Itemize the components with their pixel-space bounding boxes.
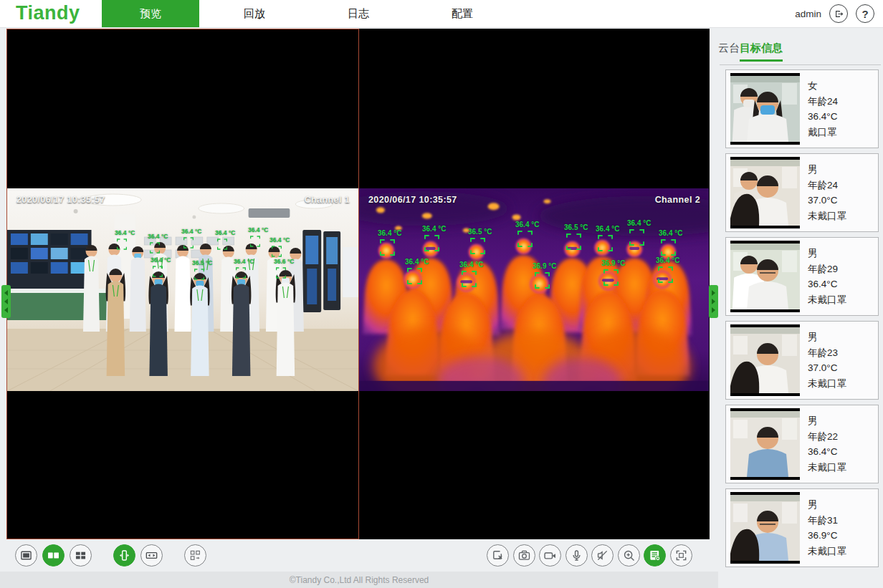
audio-muted-button[interactable]: [591, 544, 614, 567]
temperature-text: 36.5 °C: [564, 224, 588, 231]
channel1-content: 2020/06/17 10:35:57 Channel 1 36.4 °C 36…: [7, 188, 358, 391]
target-card[interactable]: 女 年龄24 36.4°C 戴口罩: [725, 69, 879, 148]
ch1-temp-label-6: 36.4 °C: [151, 257, 171, 277]
target-age: 年龄24: [808, 94, 838, 110]
temperature-text: 36.4 °C: [234, 259, 254, 265]
target-card[interactable]: 男 年龄23 37.0°C 未戴口罩: [725, 321, 879, 400]
target-info-text: 男 年龄29 36.4°C 未戴口罩: [808, 246, 846, 307]
face-bracket-icon: [407, 268, 422, 284]
layout-single-button[interactable]: [15, 544, 37, 567]
ch1-temp-label-8: 36.4 °C: [234, 259, 254, 279]
face-bracket-icon: [380, 239, 395, 256]
layout-single-icon: [19, 548, 34, 563]
talk-mic-button[interactable]: [565, 544, 588, 567]
target-info-text: 男 年龄22 36.4°C 未戴口罩: [808, 413, 846, 475]
face-bracket-icon: [535, 272, 550, 289]
temperature-text: 36.6 °C: [274, 259, 294, 265]
logout-button[interactable]: [829, 4, 848, 23]
target-gender: 女: [808, 78, 838, 94]
layout-custom-button[interactable]: [184, 544, 206, 567]
target-info-text: 男 年龄31 36.9°C 未戴口罩: [808, 497, 846, 559]
fullscreen-button[interactable]: [670, 544, 692, 567]
target-mask-status: 未戴口罩: [808, 292, 846, 308]
tiandy-logo: Tiandy: [16, 2, 80, 24]
ch2-temp-label-3: 36.4 °C: [515, 221, 539, 247]
target-temperature: 36.9°C: [808, 528, 846, 544]
face-thumbnail: [730, 244, 800, 309]
video-pane-channel2[interactable]: 2020/06/17 10:35:57 Channel 2 36.4 °C 36…: [359, 29, 710, 539]
tiandy-web-client: Tiandy 预览回放日志配置 admin ?: [0, 0, 883, 588]
target-card[interactable]: 男 年龄29 36.4°C 未戴口罩: [725, 237, 879, 316]
copyright-footer: ©Tiandy Co.,Ltd All Rights Reserved: [0, 572, 718, 588]
target-info-button[interactable]: [644, 544, 666, 567]
nav-tab-label: 日志: [348, 7, 369, 21]
face-bracket-icon: [194, 269, 204, 280]
top-nav: Tiandy 预览回放日志配置 admin ?: [0, 0, 883, 28]
help-button[interactable]: ?: [856, 4, 874, 23]
record-button[interactable]: [539, 544, 561, 567]
layout-tools: [15, 544, 206, 567]
fit-vertical-button[interactable]: [113, 544, 135, 567]
video-pane-channel1[interactable]: 2020/06/17 10:35:57 Channel 1 36.4 °C 36…: [6, 29, 359, 539]
right-sidebar: 云台目标信息 女 年龄24 36.4°C 戴口罩: [718, 27, 883, 588]
nav-tab-3[interactable]: 配置: [414, 0, 511, 27]
nav-tab-label: 回放: [244, 7, 265, 21]
fit-original-button[interactable]: [140, 544, 163, 567]
face-bracket-icon: [272, 246, 282, 257]
snapshot-button[interactable]: [513, 544, 535, 567]
sidebar-tab-label: 目标信息: [740, 42, 783, 54]
layout-quad-button[interactable]: [70, 544, 92, 567]
temperature-text: 36.9 °C: [533, 263, 556, 270]
left-panel-collapse-handle[interactable]: [1, 285, 11, 318]
digital-zoom-button[interactable]: [618, 544, 640, 567]
layout-dual-icon: [46, 548, 61, 563]
temperature-text: 36.4 °C: [151, 257, 171, 264]
sidebar-tabs: 云台目标信息: [718, 39, 783, 62]
sidebar-tab-label: 云台: [718, 42, 740, 54]
ch2-temp-label-8: 36.4 °C: [405, 259, 429, 284]
layout-custom-icon: [188, 548, 203, 563]
face-thumbnail: [730, 411, 800, 477]
ch2-temp-label-0: 36.4 °C: [378, 230, 401, 256]
nav-tab-2[interactable]: 日志: [310, 0, 407, 27]
temperature-text: 36.4 °C: [248, 227, 268, 233]
fullscreen-icon: [674, 548, 689, 563]
close-stream-button[interactable]: [487, 544, 509, 567]
temperature-text: 36.4 °C: [378, 230, 401, 237]
target-mask-status: 未戴口罩: [808, 460, 846, 476]
ch2-temp-label-12: 36.4 °C: [656, 257, 679, 283]
temperature-text: 36.4 °C: [596, 226, 619, 233]
temperature-text: 36.4 °C: [215, 230, 235, 236]
right-panel-collapse-handle[interactable]: [709, 285, 718, 318]
ch1-temp-label-9: 36.6 °C: [274, 259, 294, 279]
channel1-scene: [7, 188, 358, 391]
target-card[interactable]: 男 年龄31 36.9°C 未戴口罩: [725, 488, 879, 567]
target-age: 年龄29: [808, 261, 846, 277]
target-gender: 男: [808, 162, 846, 178]
face-bracket-icon: [236, 267, 246, 279]
temperature-text: 36.4 °C: [181, 228, 201, 235]
target-info-icon: [647, 548, 662, 563]
video-grid: 2020/06/17 10:35:57 Channel 1 36.4 °C 36…: [6, 29, 710, 539]
face-bracket-icon: [462, 271, 477, 287]
target-age: 年龄22: [808, 429, 846, 445]
target-info-text: 男 年龄24 37.0°C 未戴口罩: [808, 162, 846, 223]
target-temperature: 36.4°C: [808, 276, 846, 292]
target-card[interactable]: 男 年龄22 36.4°C 未戴口罩: [725, 405, 879, 483]
ch2-temp-label-4: 36.5 °C: [564, 224, 588, 250]
ch1-temp-label-3: 36.4 °C: [215, 230, 235, 250]
nav-tab-1[interactable]: 回放: [206, 0, 303, 27]
sidebar-tab-1[interactable]: 目标信息: [740, 42, 783, 62]
layout-dual-button[interactable]: [42, 544, 65, 567]
ch2-temp-label-7: 36.4 °C: [659, 230, 682, 256]
sidebar-tab-0[interactable]: 云台: [718, 42, 740, 62]
ch2-temp-label-9: 36.4 °C: [459, 261, 483, 287]
chevron-right-icon: [712, 299, 715, 304]
target-card[interactable]: 男 年龄24 37.0°C 未戴口罩: [725, 153, 879, 232]
nav-tab-0[interactable]: 预览: [102, 0, 199, 27]
ch2-temp-label-1: 36.4 °C: [422, 226, 446, 251]
target-photo: [730, 241, 800, 312]
target-mask-status: 未戴口罩: [808, 544, 846, 559]
fit-original-icon: [144, 548, 159, 563]
face-thumbnail: [730, 76, 800, 142]
